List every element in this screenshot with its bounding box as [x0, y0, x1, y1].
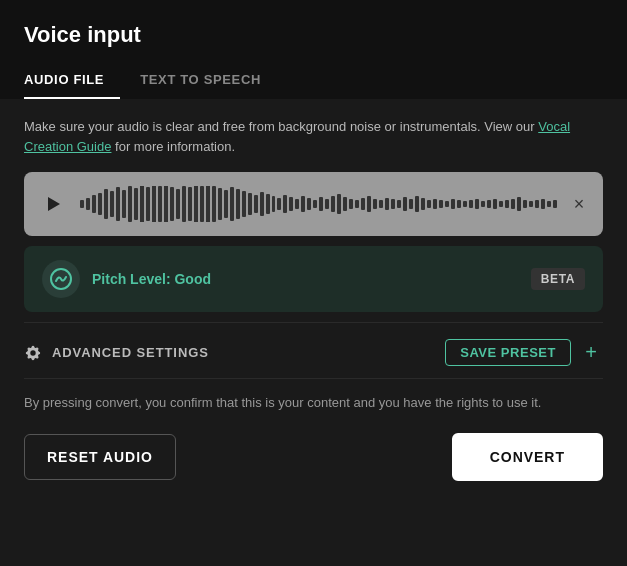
divider	[24, 322, 603, 323]
waveform	[80, 186, 557, 222]
beta-badge: BETA	[531, 268, 585, 290]
waveform-container: ×	[24, 172, 603, 236]
tabs: AUDIO FILE TEXT TO SPEECH	[24, 62, 603, 99]
divider-2	[24, 378, 603, 379]
convert-button[interactable]: CONVERT	[452, 433, 603, 481]
pitch-icon	[42, 260, 80, 298]
save-preset-button[interactable]: SAVE PRESET	[445, 339, 571, 366]
page-title: Voice input	[24, 22, 603, 48]
tab-audio-file[interactable]: AUDIO FILE	[24, 62, 120, 99]
advanced-settings-row: ADVANCED SETTINGS SAVE PRESET +	[24, 333, 603, 372]
confirm-text: By pressing convert, you confirm that th…	[24, 393, 603, 413]
advanced-left: ADVANCED SETTINGS	[24, 344, 209, 362]
action-row: RESET AUDIO CONVERT	[24, 433, 603, 481]
svg-marker-0	[48, 197, 60, 211]
pitch-left: Pitch Level: Good	[42, 260, 211, 298]
advanced-right: SAVE PRESET +	[445, 339, 603, 366]
tab-text-to-speech[interactable]: TEXT TO SPEECH	[140, 62, 277, 99]
info-text: Make sure your audio is clear and free f…	[24, 117, 603, 156]
pitch-label: Pitch Level: Good	[92, 271, 211, 287]
header: Voice input AUDIO FILE TEXT TO SPEECH	[0, 0, 627, 99]
pitch-panel: Pitch Level: Good BETA	[24, 246, 603, 312]
add-preset-button[interactable]: +	[579, 341, 603, 365]
content-area: Make sure your audio is clear and free f…	[0, 99, 627, 499]
gear-icon	[24, 344, 42, 362]
close-button[interactable]: ×	[569, 194, 589, 214]
play-button[interactable]	[38, 189, 68, 219]
page-wrapper: Voice input AUDIO FILE TEXT TO SPEECH Ma…	[0, 0, 627, 566]
reset-audio-button[interactable]: RESET AUDIO	[24, 434, 176, 480]
